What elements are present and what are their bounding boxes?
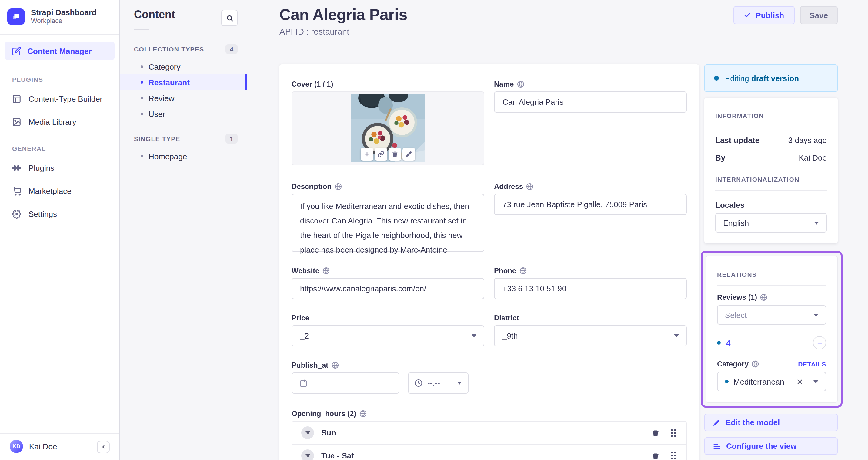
content-manager-icon — [12, 46, 21, 56]
content-type-builder-icon — [12, 94, 21, 103]
time-placeholder: --:-- — [427, 379, 440, 388]
copy-link-button[interactable] — [375, 148, 387, 161]
name-label: Name — [494, 80, 687, 89]
sidebar-item-marketplace[interactable]: Marketplace — [0, 184, 119, 198]
status-dot-icon — [725, 380, 728, 383]
details-link[interactable]: DETAILS — [798, 360, 826, 368]
main-content: Can Alegria Paris API ID : restaurant Pu… — [247, 0, 868, 460]
opening-hours-row-sun[interactable]: Sun — [292, 422, 686, 444]
sidebar-item-content-manager[interactable]: Content Manager — [5, 42, 115, 60]
district-field: District _9th — [494, 314, 687, 347]
clear-category-button[interactable] — [797, 378, 803, 385]
search-button[interactable] — [221, 10, 238, 26]
subnav-item-review[interactable]: Review — [120, 90, 247, 106]
section-label-plugins: PLUGINS — [12, 76, 119, 83]
sidebar-item-label: Marketplace — [29, 186, 71, 195]
group-label: COLLECTION TYPES — [134, 45, 204, 53]
collapse-sidebar-button[interactable] — [97, 440, 110, 453]
content-row: Cover (1 / 1) — [279, 64, 838, 460]
price-select[interactable]: _2 — [291, 325, 484, 347]
description-textarea[interactable]: If you like Mediterranean and exotic dis… — [291, 194, 484, 252]
cover-label: Cover (1 / 1) — [291, 80, 484, 89]
form-row-5: Publish_at --:-- — [291, 361, 687, 394]
edit-media-button[interactable] — [402, 148, 415, 161]
cover-media[interactable] — [291, 92, 484, 165]
subnav-item-category[interactable]: Category — [120, 59, 247, 74]
delete-media-button[interactable] — [389, 148, 401, 161]
locale-select[interactable]: English — [715, 213, 827, 233]
drag-handle-icon[interactable] — [670, 428, 677, 437]
subnav-item-restaurant[interactable]: Restaurant — [120, 74, 247, 90]
locales-label: Locales — [715, 200, 827, 209]
section-label-general: GENERAL — [12, 145, 119, 152]
phone-input[interactable]: +33 6 13 10 51 90 — [494, 278, 687, 299]
status-dot-icon — [717, 341, 721, 344]
information-card: INFORMATION Last update 3 days ago By Ka… — [704, 98, 838, 243]
app-subtitle: Workplace — [31, 17, 97, 25]
user-menu[interactable]: KD Kai Doe — [0, 434, 119, 460]
row-actions — [652, 428, 677, 437]
configure-view-button[interactable]: Configure the view — [704, 437, 838, 455]
website-field: Website https://www.canalegriaparis.com/… — [291, 266, 484, 299]
opening-hours-row-tue-sat[interactable]: Tue - Sat — [292, 444, 686, 460]
website-input[interactable]: https://www.canalegriaparis.com/en/ — [291, 278, 484, 299]
category-select[interactable]: Mediterranean — [717, 372, 826, 391]
chevron-down-icon — [814, 221, 819, 224]
phone-label: Phone — [494, 266, 687, 275]
accordion-toggle-button[interactable] — [301, 449, 314, 460]
brand[interactable]: Strapi Dashboard Workplace — [0, 0, 119, 32]
opening-hours-list: Sun Tue - Sat — [291, 421, 687, 460]
bullet-icon — [141, 65, 143, 68]
subnav-item-homepage[interactable]: Homepage — [120, 149, 247, 164]
district-select[interactable]: _9th — [494, 325, 687, 347]
collection-type-list: Category Restaurant Review User — [120, 59, 247, 122]
remove-relation-button[interactable] — [813, 336, 826, 350]
single-type-list: Homepage — [120, 149, 247, 164]
bullet-icon — [141, 97, 143, 99]
review-relation-item[interactable]: 4 — [717, 335, 826, 350]
plugins-icon — [12, 163, 21, 172]
status-dot-icon — [714, 76, 719, 80]
divider — [134, 29, 149, 30]
media-library-icon — [12, 117, 21, 126]
count-badge: 4 — [225, 44, 238, 54]
relation-link[interactable]: 4 — [726, 338, 731, 347]
title-block: Can Alegria Paris API ID : restaurant — [279, 5, 407, 36]
time-input[interactable]: --:-- — [408, 372, 469, 394]
address-input[interactable]: 73 rue Jean Baptiste Pigalle, 75009 Pari… — [494, 194, 687, 215]
entry-form-card: Cover (1 / 1) — [279, 64, 699, 460]
drag-handle-icon[interactable] — [670, 451, 677, 460]
trash-icon[interactable] — [652, 452, 659, 459]
save-button[interactable]: Save — [800, 6, 838, 24]
sidebar-item-label: Content Manager — [27, 46, 92, 56]
add-media-button[interactable] — [361, 148, 373, 161]
accordion-toggle-button[interactable] — [301, 426, 314, 439]
chevron-down-icon — [674, 334, 679, 337]
date-input[interactable] — [291, 372, 399, 394]
name-input[interactable]: Can Alegria Paris — [494, 92, 687, 113]
globe-icon — [526, 183, 533, 190]
minus-icon — [816, 339, 823, 346]
category-label-row: Category DETAILS — [717, 360, 826, 368]
reviews-select[interactable]: Select — [717, 305, 826, 325]
subnav-item-user[interactable]: User — [120, 106, 247, 122]
opening-hours-field: Opening_hours (2) Sun — [291, 409, 687, 460]
strapi-app: Strapi Dashboard Workplace Content Manag… — [0, 0, 868, 460]
sidebar-item-plugins[interactable]: Plugins — [0, 161, 119, 175]
edit-model-button[interactable]: Edit the model — [704, 414, 838, 431]
sidebar-item-settings[interactable]: Settings — [0, 206, 119, 221]
address-field: Address 73 rue Jean Baptiste Pigalle, 75… — [494, 182, 687, 252]
sidebar-item-content-type-builder[interactable]: Content-Type Builder — [0, 92, 119, 106]
phone-field: Phone +33 6 13 10 51 90 — [494, 266, 687, 299]
website-label: Website — [291, 266, 484, 275]
globe-icon — [752, 360, 759, 368]
main-sidebar: Strapi Dashboard Workplace Content Manag… — [0, 0, 120, 460]
publish-button[interactable]: Publish — [733, 6, 794, 24]
description-label: Description — [291, 182, 484, 191]
divider — [717, 285, 826, 286]
group-collection-types: COLLECTION TYPES 4 — [134, 44, 238, 54]
sidebar-item-media-library[interactable]: Media Library — [0, 114, 119, 129]
trash-icon[interactable] — [652, 429, 659, 437]
globe-icon — [331, 362, 339, 369]
group-label: SINGLE TYPE — [134, 135, 180, 142]
